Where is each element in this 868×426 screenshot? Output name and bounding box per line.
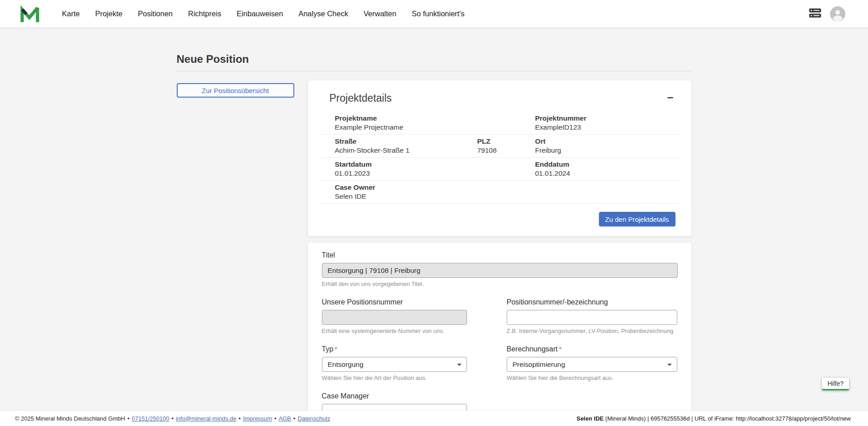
case-owner-value: Selen IDE (335, 192, 535, 201)
nav-item-karte[interactable]: Karte (54, 0, 87, 28)
session-info: Selen IDE (Mineral Minds) | 69576255536d… (576, 415, 851, 422)
projektname-value: Example Projectname (335, 123, 535, 132)
unsere-positionsnummer-label: Unsere Positionsnummer (322, 298, 467, 307)
footer: © 2025 Mineral Minds Deutschland GmbH • … (0, 411, 868, 426)
enddatum-value: 01.01.2024 (535, 169, 682, 178)
separator-dot: • (171, 415, 174, 422)
top-navbar: Karte Projekte Positionen Richtpreis Ein… (0, 0, 868, 28)
strasse-label: Straße (335, 137, 477, 146)
titel-help: Erhält den von uns vorgegebenen Titel. (322, 281, 678, 288)
new-position-form-card: Titel Erhält den von uns vorgegebenen Ti… (308, 243, 692, 411)
nav-item-einbauweisen[interactable]: Einbauweisen (229, 0, 291, 28)
berechnungsart-label: Berechnungsart* (507, 345, 677, 354)
footer-left: © 2025 Mineral Minds Deutschland GmbH • … (15, 415, 330, 422)
case-owner-label: Case Owner (335, 183, 535, 192)
typ-select[interactable]: Entsorgung (322, 357, 467, 372)
chevron-down-icon (667, 364, 672, 366)
mineral-minds-logo-icon[interactable] (20, 4, 40, 24)
main-nav: Karte Projekte Positionen Richtpreis Ein… (54, 0, 472, 28)
positionsbezeichnung-help: Z.B. Interne-Vorgangsnummer, LV-Position… (507, 328, 677, 335)
case-manager-input[interactable] (322, 404, 467, 411)
titel-input (322, 263, 678, 278)
plz-label: PLZ (477, 137, 535, 146)
positionsbezeichnung-label: Positionsnummer/-bezeichnung (507, 298, 677, 307)
project-details-card: Projektdetails − Projektname Example Pro… (308, 80, 692, 236)
project-card-title: Projektdetails (330, 92, 392, 104)
help-button[interactable]: Hilfe? (822, 378, 849, 390)
copyright-text: © 2025 Mineral Minds Deutschland GmbH (15, 415, 125, 422)
user-avatar[interactable] (830, 6, 845, 22)
projektname-label: Projektname (335, 114, 535, 123)
berechnungsart-select[interactable]: Preisoptimierung (507, 357, 677, 372)
table-row: Startdatum 01.01.2023 Enddatum 01.01.202… (318, 158, 682, 181)
strasse-value: Achim-Stocker-Straße 1 (335, 146, 477, 155)
chevron-down-icon (457, 364, 462, 366)
ort-value: Freiburg (535, 146, 682, 155)
session-user: Selen IDE (576, 415, 604, 422)
footer-email-link[interactable]: info@mineral-minds.de (176, 415, 236, 422)
main-content: Neue Position Zur Positionsübersicht Pro… (0, 28, 868, 411)
enddatum-label: Enddatum (535, 160, 682, 169)
typ-select-value: Entsorgung (328, 360, 363, 369)
separator-dot: • (239, 415, 241, 422)
ort-label: Ort (535, 137, 682, 146)
separator-dot: • (274, 415, 277, 422)
footer-phone-link[interactable]: 07151/250100 (132, 415, 169, 422)
project-details-button[interactable]: Zu den Projektdetails (599, 212, 675, 226)
table-row: Projektname Example Projectname Projektn… (318, 112, 682, 135)
table-row: Case Owner Selen IDE (318, 181, 682, 204)
footer-impressum-link[interactable]: Impressum (243, 415, 272, 422)
table-row: Straße Achim-Stocker-Straße 1 PLZ 79108 … (318, 135, 682, 158)
footer-datenschutz-link[interactable]: Datenschutz (297, 415, 330, 422)
nav-item-projekte[interactable]: Projekte (87, 0, 130, 28)
unsere-positionsnummer-input (322, 310, 467, 325)
startdatum-label: Startdatum (335, 160, 535, 169)
back-to-positions-button[interactable]: Zur Positionsübersicht (177, 83, 294, 98)
separator-dot: • (127, 415, 130, 422)
nav-item-analyse-check[interactable]: Analyse Check (291, 0, 356, 28)
projektnummer-label: Projektnummer (535, 114, 682, 123)
required-asterisk: * (335, 346, 337, 353)
required-asterisk: * (559, 346, 561, 353)
unsere-positionsnummer-help: Erhält eine systemgenerierte Nummer von … (322, 328, 467, 335)
nav-item-so-funktionierts[interactable]: So funktioniert's (404, 0, 472, 28)
page-title: Neue Position (177, 53, 692, 66)
titel-label: Titel (322, 251, 678, 260)
collapse-icon[interactable]: − (667, 92, 673, 103)
session-details: (Mineral Minds) | 69576255536d | URL of … (604, 415, 851, 422)
startdatum-value: 01.01.2023 (335, 169, 535, 178)
nav-item-richtpreis[interactable]: Richtpreis (180, 0, 229, 28)
positionsbezeichnung-input[interactable] (507, 310, 677, 325)
typ-label: Typ* (322, 345, 467, 354)
plz-value: 79108 (477, 146, 535, 155)
case-manager-label: Case Manager (322, 392, 467, 401)
footer-agb-link[interactable]: AGB (278, 415, 291, 422)
server-icon[interactable] (808, 8, 822, 20)
berechnungsart-help: Wählen Sie hier die Berechnungsart aus. (507, 375, 677, 382)
typ-help: Wählen Sie hier die Art der Position aus… (322, 375, 467, 382)
projektnummer-value: ExampleID123 (535, 123, 682, 132)
navbar-right (808, 6, 845, 22)
nav-item-positionen[interactable]: Positionen (130, 0, 180, 28)
berechnungsart-select-value: Preisoptimierung (513, 360, 565, 369)
project-fields-table: Projektname Example Projectname Projektn… (318, 112, 682, 204)
separator-dot: • (293, 415, 296, 422)
nav-item-verwalten[interactable]: Verwalten (356, 0, 404, 28)
